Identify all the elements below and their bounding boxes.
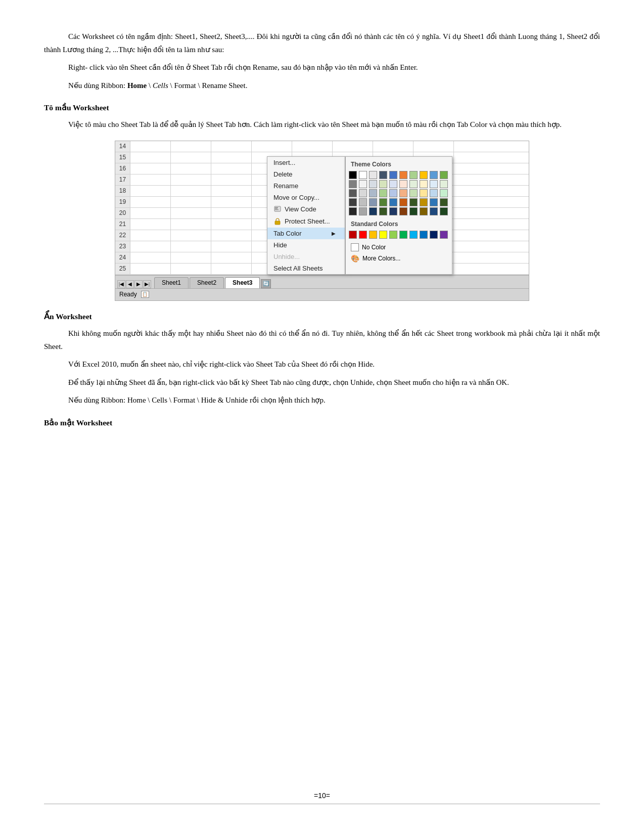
color-swatch[interactable] bbox=[369, 180, 377, 188]
color-swatch[interactable] bbox=[349, 180, 357, 188]
context-menu-item-delete[interactable]: Delete bbox=[267, 168, 345, 180]
tab-color-submenu: Theme Colors bbox=[345, 156, 452, 275]
color-swatch[interactable] bbox=[430, 171, 438, 179]
color-swatch[interactable] bbox=[359, 171, 367, 179]
more-colors-label: More Colors... bbox=[362, 255, 400, 262]
context-menu-item-view-code[interactable]: View Code bbox=[267, 203, 345, 215]
paragraph-4: Việc tô màu cho Sheet Tab là để dễ quản … bbox=[44, 118, 600, 131]
std-color-swatch[interactable] bbox=[399, 231, 407, 239]
color-swatch[interactable] bbox=[440, 180, 448, 188]
color-swatch[interactable] bbox=[349, 189, 357, 197]
insert-sheet-button[interactable]: 🔄 bbox=[261, 279, 271, 288]
page-footer: =10= bbox=[44, 792, 600, 804]
color-swatch[interactable] bbox=[440, 207, 448, 215]
paragraph-1: Các Worksheet có tên ngầm định: Sheet1, … bbox=[44, 30, 600, 56]
color-swatch[interactable] bbox=[359, 207, 367, 215]
theme-colors-label: Theme Colors bbox=[349, 160, 449, 169]
color-swatch[interactable] bbox=[409, 198, 418, 206]
row-14: 14 bbox=[115, 141, 529, 152]
color-swatch[interactable] bbox=[379, 180, 387, 188]
context-menu-item-insert[interactable]: Insert... bbox=[267, 157, 345, 168]
std-color-swatch[interactable] bbox=[349, 231, 357, 239]
color-swatch[interactable] bbox=[420, 180, 428, 188]
context-menu-item-move-copy[interactable]: Move or Copy... bbox=[267, 192, 345, 203]
color-swatch[interactable] bbox=[399, 171, 407, 179]
nav-prev-arrow[interactable]: ◀ bbox=[126, 280, 134, 288]
color-swatch[interactable] bbox=[409, 171, 418, 179]
color-swatch[interactable] bbox=[420, 198, 428, 206]
color-swatch[interactable] bbox=[369, 189, 377, 197]
tab-color-arrow: ▶ bbox=[332, 231, 336, 236]
std-color-swatch[interactable] bbox=[409, 231, 418, 239]
more-colors-item[interactable]: 🎨 More Colors... bbox=[349, 253, 449, 264]
sheet-tab-sheet1[interactable]: Sheet1 bbox=[154, 277, 189, 288]
color-swatch[interactable] bbox=[349, 198, 357, 206]
context-menu-item-rename[interactable]: Rename bbox=[267, 180, 345, 192]
color-swatch[interactable] bbox=[389, 198, 397, 206]
std-color-swatch[interactable] bbox=[369, 231, 377, 239]
nav-last-arrow[interactable]: ▶| bbox=[143, 280, 151, 288]
color-swatch[interactable] bbox=[440, 189, 448, 197]
paragraph-8: Nếu dùng Ribbon: Home \ Cells \ Format \… bbox=[44, 394, 600, 407]
section-title-to-mau: Tô mầu Worksheet bbox=[44, 101, 600, 114]
color-swatch[interactable] bbox=[369, 171, 377, 179]
std-color-swatch[interactable] bbox=[420, 231, 428, 239]
sheet-nav-arrows: |◀ ◀ ▶ ▶| bbox=[117, 280, 151, 288]
color-swatch[interactable] bbox=[409, 180, 418, 188]
color-swatch[interactable] bbox=[430, 207, 438, 215]
context-menu-item-tab-color[interactable]: Tab Color ▶ bbox=[267, 228, 345, 239]
context-menu[interactable]: Insert... Delete Rename Move or Copy... … bbox=[267, 156, 345, 275]
color-swatch[interactable] bbox=[389, 171, 397, 179]
color-swatch[interactable] bbox=[399, 189, 407, 197]
sheet-tabs-bar: |◀ ◀ ▶ ▶| Sheet1 Sheet2 Sheet3 🔄 bbox=[115, 275, 529, 288]
context-menu-item-unhide: Unhide... bbox=[267, 251, 345, 262]
std-color-swatch[interactable] bbox=[430, 231, 438, 239]
std-color-swatch[interactable] bbox=[440, 231, 448, 239]
row-cells-14 bbox=[130, 141, 529, 152]
std-color-swatch[interactable] bbox=[379, 231, 387, 239]
no-color-item[interactable]: No Color bbox=[349, 242, 449, 253]
section-title-bao-mat: Bảo mật Worksheet bbox=[44, 416, 600, 429]
color-swatch[interactable] bbox=[389, 180, 397, 188]
nav-first-arrow[interactable]: |◀ bbox=[117, 280, 125, 288]
color-swatch[interactable] bbox=[369, 207, 377, 215]
color-swatch[interactable] bbox=[399, 207, 407, 215]
color-swatch[interactable] bbox=[399, 198, 407, 206]
color-swatch[interactable] bbox=[349, 171, 357, 179]
sheet-tab-sheet2[interactable]: Sheet2 bbox=[190, 277, 224, 288]
color-swatch[interactable] bbox=[399, 180, 407, 188]
color-swatch[interactable] bbox=[409, 189, 418, 197]
context-menu-item-select-all[interactable]: Select All Sheets bbox=[267, 262, 345, 274]
color-swatch[interactable] bbox=[369, 198, 377, 206]
color-swatch[interactable] bbox=[379, 198, 387, 206]
no-color-label: No Color bbox=[362, 244, 386, 251]
color-swatch[interactable] bbox=[430, 180, 438, 188]
spreadsheet-screenshot: 14 15 16 bbox=[115, 141, 529, 301]
color-swatch[interactable] bbox=[349, 207, 357, 215]
std-color-swatch[interactable] bbox=[359, 231, 367, 239]
paragraph-7: Để thấy lại những Sheet đã ẩn, bạn right… bbox=[44, 376, 600, 389]
color-swatch[interactable] bbox=[389, 207, 397, 215]
color-swatch[interactable] bbox=[420, 171, 428, 179]
color-swatch[interactable] bbox=[420, 189, 428, 197]
sheet-tab-sheet3[interactable]: Sheet3 bbox=[225, 277, 260, 288]
color-swatch[interactable] bbox=[359, 198, 367, 206]
color-swatch[interactable] bbox=[409, 207, 418, 215]
protect-sheet-icon bbox=[273, 217, 282, 226]
color-swatch[interactable] bbox=[379, 207, 387, 215]
color-swatch[interactable] bbox=[420, 207, 428, 215]
color-swatch[interactable] bbox=[389, 189, 397, 197]
color-swatch[interactable] bbox=[379, 189, 387, 197]
color-swatch[interactable] bbox=[359, 189, 367, 197]
std-color-swatch[interactable] bbox=[389, 231, 397, 239]
color-swatch[interactable] bbox=[379, 171, 387, 179]
context-menu-item-hide[interactable]: Hide bbox=[267, 239, 345, 251]
color-swatch[interactable] bbox=[440, 198, 448, 206]
color-swatch[interactable] bbox=[359, 180, 367, 188]
color-swatch[interactable] bbox=[430, 198, 438, 206]
nav-next-arrow[interactable]: ▶ bbox=[134, 280, 143, 288]
color-swatch[interactable] bbox=[430, 189, 438, 197]
svg-rect-3 bbox=[275, 209, 279, 210]
color-swatch[interactable] bbox=[440, 171, 448, 179]
context-menu-item-protect-sheet[interactable]: Protect Sheet... bbox=[267, 215, 345, 228]
